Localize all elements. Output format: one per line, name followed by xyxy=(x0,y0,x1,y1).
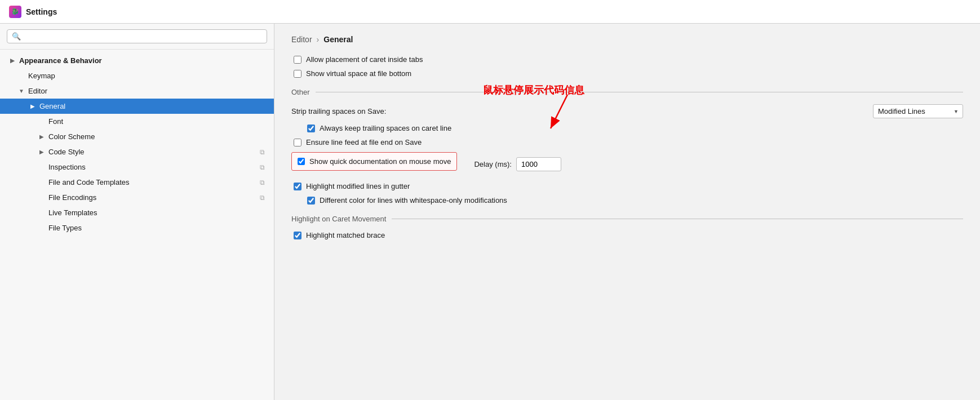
sidebar-item-font[interactable]: Font xyxy=(0,114,274,129)
sidebar-item-label: Editor xyxy=(28,87,47,95)
strip-trailing-row: Strip trailing spaces on Save: None Modi… xyxy=(291,104,963,118)
sidebar-item-file-encodings[interactable]: File Encodings ⧉ xyxy=(0,190,274,205)
copy-icon: ⧉ xyxy=(260,148,265,156)
content-panel: Editor › General Allow placement of care… xyxy=(274,24,980,400)
copy-icon: ⧉ xyxy=(260,179,265,186)
sidebar-item-label: Appearance & Behavior xyxy=(19,56,102,65)
sidebar-item-label: File Types xyxy=(48,224,82,232)
strip-trailing-label: Strip trailing spaces on Save: xyxy=(291,107,386,115)
strip-trailing-dropdown[interactable]: None Modified Lines All xyxy=(873,104,963,118)
sidebar-item-label: Code Style xyxy=(48,148,85,156)
sidebar-item-keymap[interactable]: Keymap xyxy=(0,68,274,83)
delay-row: Delay (ms): xyxy=(474,157,561,171)
breadcrumb: Editor › General xyxy=(291,35,963,44)
strip-trailing-dropdown-wrapper[interactable]: None Modified Lines All xyxy=(873,104,963,118)
main-layout: 🔍 ▶ Appearance & Behavior Keymap ▼ Edito… xyxy=(0,24,980,400)
quick-doc-checkbox[interactable] xyxy=(298,158,305,165)
title-bar: 🐉 Settings xyxy=(0,0,980,24)
chevron-icon: ▶ xyxy=(38,134,45,140)
different-color-label: Different color for lines with whitespac… xyxy=(320,196,507,205)
quick-doc-label: Show quick documentation on mouse move xyxy=(309,157,451,166)
highlight-modified-label: Highlight modified lines in gutter xyxy=(306,182,410,190)
sidebar: 🔍 ▶ Appearance & Behavior Keymap ▼ Edito… xyxy=(0,24,274,400)
ensure-linefeed-label: Ensure line feed at file end on Save xyxy=(306,138,422,146)
sidebar-item-label: Font xyxy=(48,117,63,126)
highlight-matched-brace-row: Highlight matched brace xyxy=(291,231,963,239)
sidebar-item-label: Inspections xyxy=(48,163,86,171)
sidebar-item-live-templates[interactable]: Live Templates xyxy=(0,205,274,220)
always-keep-label: Always keep trailing spaces on caret lin… xyxy=(320,124,451,132)
copy-icon: ⧉ xyxy=(260,194,265,202)
sidebar-item-file-types[interactable]: File Types xyxy=(0,220,274,235)
different-color-checkbox[interactable] xyxy=(307,197,315,205)
highlight-modified-row: Highlight modified lines in gutter xyxy=(291,182,963,190)
sidebar-item-file-code-templates[interactable]: File and Code Templates ⧉ xyxy=(0,175,274,190)
chevron-icon: ▶ xyxy=(29,103,36,109)
show-virtual-space-label: Show virtual space at file bottom xyxy=(306,69,411,78)
sidebar-item-general[interactable]: ▶ General xyxy=(0,99,274,114)
chevron-icon: ▶ xyxy=(38,149,45,155)
highlight-matched-brace-label: Highlight matched brace xyxy=(306,231,385,239)
breadcrumb-current: General xyxy=(323,35,353,44)
delay-label: Delay (ms): xyxy=(474,160,511,168)
search-bar: 🔍 xyxy=(0,24,274,50)
other-section-divider: Other xyxy=(291,88,963,96)
always-keep-row: Always keep trailing spaces on caret lin… xyxy=(291,124,963,132)
ensure-linefeed-checkbox[interactable] xyxy=(294,139,301,146)
highlight-modified-checkbox[interactable] xyxy=(294,183,301,190)
sidebar-item-code-style[interactable]: ▶ Code Style ⧉ xyxy=(0,144,274,159)
nav-tree: ▶ Appearance & Behavior Keymap ▼ Editor … xyxy=(0,50,274,400)
sidebar-item-label: Color Scheme xyxy=(48,132,95,141)
delay-input[interactable] xyxy=(516,157,561,171)
search-wrapper[interactable]: 🔍 xyxy=(7,29,267,43)
search-icon: 🔍 xyxy=(12,32,21,41)
sidebar-item-label: File and Code Templates xyxy=(48,178,130,186)
show-virtual-space-row: Show virtual space at file bottom xyxy=(291,69,963,78)
app-title: Settings xyxy=(26,7,57,16)
ensure-linefeed-row: Ensure line feed at file end on Save xyxy=(291,138,963,146)
app-icon: 🐉 xyxy=(9,6,21,18)
sidebar-item-editor[interactable]: ▼ Editor xyxy=(0,83,274,99)
allow-caret-row: Allow placement of caret inside tabs xyxy=(291,55,963,64)
sidebar-item-appearance-behavior[interactable]: ▶ Appearance & Behavior xyxy=(0,53,274,68)
sidebar-item-label: Live Templates xyxy=(48,208,97,217)
sidebar-item-label: File Encodings xyxy=(48,193,96,202)
caret-movement-section: Highlight on Caret Movement xyxy=(291,215,963,223)
different-color-row: Different color for lines with whitespac… xyxy=(291,196,963,205)
quick-doc-highlighted-row: Show quick documentation on mouse move xyxy=(291,152,457,171)
breadcrumb-separator: › xyxy=(317,35,320,44)
always-keep-checkbox[interactable] xyxy=(307,125,315,132)
quick-doc-wrapper: Show quick documentation on mouse move D… xyxy=(291,152,963,176)
sidebar-item-color-scheme[interactable]: ▶ Color Scheme xyxy=(0,129,274,144)
show-virtual-space-checkbox[interactable] xyxy=(294,70,301,78)
other-section-label: Other xyxy=(291,88,310,96)
sidebar-item-label: Keymap xyxy=(28,72,55,80)
highlight-matched-brace-checkbox[interactable] xyxy=(294,232,301,239)
caret-movement-label: Highlight on Caret Movement xyxy=(291,215,386,223)
breadcrumb-parent: Editor xyxy=(291,35,312,44)
copy-icon: ⧉ xyxy=(260,163,265,171)
chevron-icon: ▶ xyxy=(9,57,16,64)
allow-caret-label: Allow placement of caret inside tabs xyxy=(306,55,423,64)
allow-caret-checkbox[interactable] xyxy=(294,56,301,64)
sidebar-item-inspections[interactable]: Inspections ⧉ xyxy=(0,159,274,175)
sidebar-item-label: General xyxy=(39,102,65,110)
chevron-icon: ▼ xyxy=(18,88,25,94)
search-input[interactable] xyxy=(24,32,262,41)
